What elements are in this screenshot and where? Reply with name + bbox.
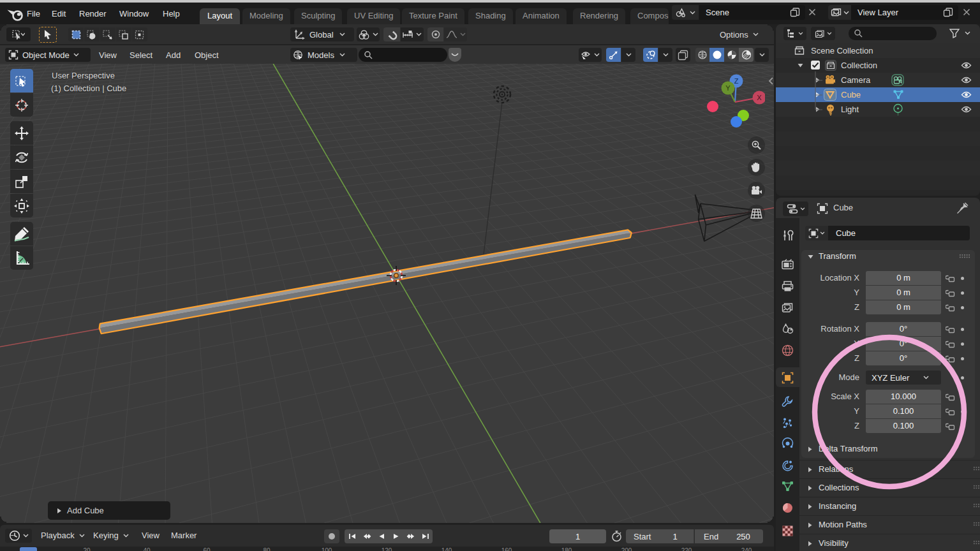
- svg-text:Y: Y: [725, 84, 731, 92]
- svg-text:X: X: [757, 94, 762, 101]
- svg-text:Z: Z: [734, 77, 739, 85]
